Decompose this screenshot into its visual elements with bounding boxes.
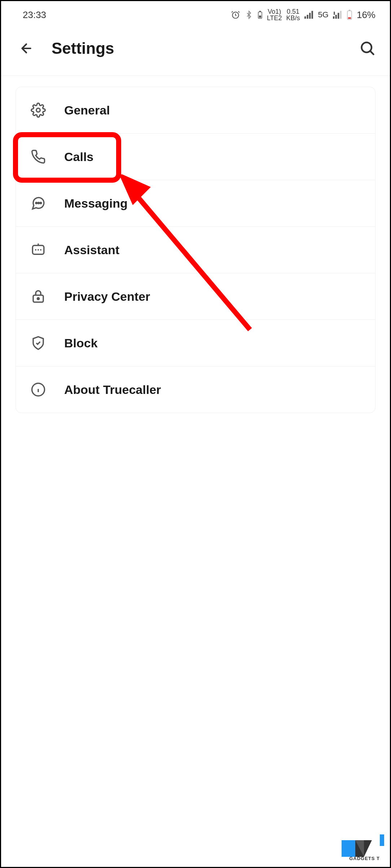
settings-item-privacy[interactable]: Privacy Center <box>16 273 375 320</box>
svg-rect-4 <box>304 16 306 19</box>
item-label: Assistant <box>64 243 119 257</box>
status-time: 23:33 <box>23 9 46 21</box>
battery-icon <box>347 10 352 20</box>
status-bar: 23:33 Vo1) LTE2 0.51 KB/s 5G 16% <box>1 1 390 25</box>
message-icon <box>30 195 46 211</box>
item-label: Calls <box>64 150 93 164</box>
item-label: Messaging <box>64 196 128 211</box>
svg-rect-10 <box>335 15 337 19</box>
svg-point-23 <box>37 298 39 300</box>
settings-item-assistant[interactable]: Assistant <box>16 227 375 273</box>
bluetooth-icon <box>245 10 253 19</box>
back-button[interactable] <box>19 41 34 56</box>
item-label: Block <box>64 336 98 350</box>
search-button[interactable] <box>360 40 375 56</box>
settings-list: General Calls Messaging Assistant Privac… <box>16 87 375 413</box>
assistant-icon <box>30 242 46 258</box>
battery-small-icon <box>258 10 263 19</box>
network-label: 5G <box>318 10 329 19</box>
svg-point-19 <box>38 202 39 204</box>
svg-rect-8 <box>334 12 335 15</box>
svg-rect-2 <box>259 11 261 12</box>
phone-icon <box>30 149 46 165</box>
svg-rect-12 <box>340 11 341 19</box>
watermark-accent <box>380 834 384 846</box>
svg-rect-15 <box>348 17 351 19</box>
signal-icon-2 <box>333 11 342 19</box>
svg-rect-14 <box>349 10 350 11</box>
gear-icon <box>30 102 46 118</box>
settings-item-block[interactable]: Block <box>16 320 375 366</box>
svg-point-20 <box>40 202 41 204</box>
lock-icon <box>30 288 46 304</box>
app-bar: Settings <box>1 25 390 76</box>
settings-item-messaging[interactable]: Messaging <box>16 180 375 227</box>
item-label: About Truecaller <box>64 383 161 397</box>
info-icon <box>30 382 46 398</box>
svg-rect-5 <box>307 15 308 19</box>
svg-rect-11 <box>338 13 339 19</box>
svg-point-18 <box>36 202 37 204</box>
volte-indicator: Vo1) LTE2 <box>267 8 282 21</box>
shield-icon <box>30 335 46 351</box>
settings-item-calls[interactable]: Calls <box>16 134 375 180</box>
svg-rect-7 <box>311 11 313 19</box>
svg-point-17 <box>36 108 40 112</box>
item-label: General <box>64 103 110 117</box>
settings-item-general[interactable]: General <box>16 87 375 134</box>
page-title: Settings <box>52 39 114 57</box>
battery-percent: 16% <box>357 9 375 21</box>
svg-rect-6 <box>309 13 311 19</box>
status-icons: Vo1) LTE2 0.51 KB/s 5G 16% <box>231 8 375 21</box>
settings-item-about[interactable]: About Truecaller <box>16 366 375 413</box>
watermark: GADGETS T <box>339 833 384 862</box>
alarm-icon <box>231 10 240 19</box>
signal-icon <box>304 11 314 19</box>
speed-indicator: 0.51 KB/s <box>286 8 300 21</box>
svg-rect-9 <box>333 16 334 19</box>
watermark-text: GADGETS T <box>349 856 380 861</box>
item-label: Privacy Center <box>64 290 150 304</box>
svg-rect-28 <box>342 840 355 857</box>
svg-rect-3 <box>259 16 261 18</box>
